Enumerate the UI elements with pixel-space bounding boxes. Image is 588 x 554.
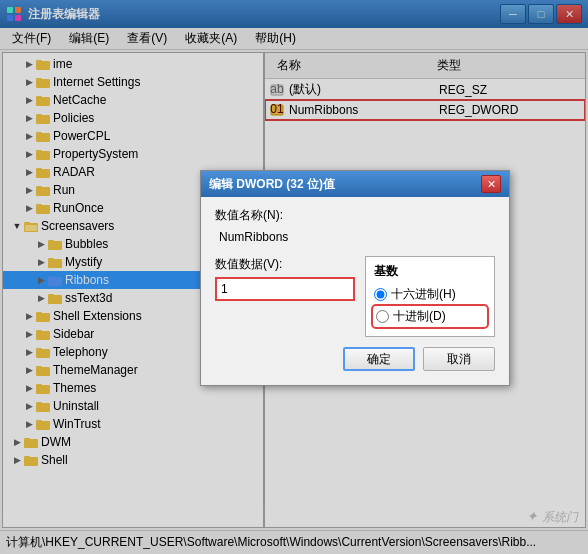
dialog-body: 数值名称(N): NumRibbons 数值数据(V): 基数 十六进制(H): [201, 197, 509, 385]
hex-radio-label: 十六进制(H): [391, 286, 456, 303]
base-label: 基数: [374, 263, 486, 280]
hex-radio-item[interactable]: 十六进制(H): [374, 286, 486, 303]
value-name-display: NumRibbons: [215, 228, 495, 246]
value-name-label: 数值名称(N):: [215, 207, 495, 224]
ok-button[interactable]: 确定: [343, 347, 415, 371]
dialog-footer: 确定 取消: [215, 347, 495, 375]
base-radio-group: 基数 十六进制(H) 十进制(D): [365, 256, 495, 337]
dialog-title-bar: 编辑 DWORD (32 位)值 ✕: [201, 171, 509, 197]
hex-radio[interactable]: [374, 288, 387, 301]
dialog-close-button[interactable]: ✕: [481, 175, 501, 193]
dec-radio-label: 十进制(D): [393, 308, 446, 325]
dialog-left: 数值数据(V):: [215, 256, 355, 301]
dialog-overlay: 编辑 DWORD (32 位)值 ✕ 数值名称(N): NumRibbons 数…: [0, 0, 588, 554]
value-data-input[interactable]: [215, 277, 355, 301]
dialog-right: 基数 十六进制(H) 十进制(D): [365, 256, 495, 337]
dialog-title-text: 编辑 DWORD (32 位)值: [209, 176, 335, 193]
dec-radio-item[interactable]: 十进制(D): [374, 307, 486, 326]
value-data-label: 数值数据(V):: [215, 256, 355, 273]
dialog-input-row: 数值数据(V): 基数 十六进制(H) 十进制(D): [215, 256, 495, 337]
edit-dword-dialog: 编辑 DWORD (32 位)值 ✕ 数值名称(N): NumRibbons 数…: [200, 170, 510, 386]
dec-radio[interactable]: [376, 310, 389, 323]
cancel-button[interactable]: 取消: [423, 347, 495, 371]
